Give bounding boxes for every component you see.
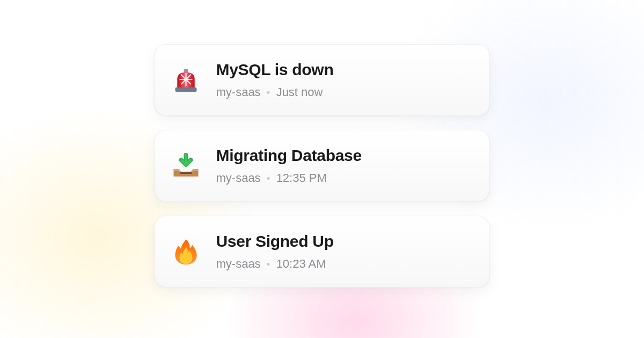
inbox-download-icon: [171, 151, 201, 181]
notification-title: User Signed Up: [216, 232, 334, 251]
notification-title: MySQL is down: [216, 61, 334, 79]
notification-timestamp: 10:23 AM: [276, 257, 326, 271]
notification-project: my-saas: [216, 171, 261, 185]
notification-card[interactable]: User Signed Up my-saas 10:23 AM: [155, 216, 490, 288]
meta-separator-icon: [267, 91, 270, 94]
svg-rect-6: [180, 172, 192, 174]
notification-meta: my-saas Just now: [216, 85, 334, 99]
notification-content: Migrating Database my-saas 12:35 PM: [216, 146, 362, 185]
fire-icon: [171, 237, 201, 267]
notification-title: Migrating Database: [216, 146, 362, 165]
notification-content: User Signed Up my-saas 10:23 AM: [216, 232, 334, 271]
meta-separator-icon: [267, 263, 270, 266]
notification-project: my-saas: [216, 257, 261, 271]
notification-list: MySQL is down my-saas Just now Migrating…: [155, 44, 490, 288]
svg-rect-5: [184, 69, 188, 72]
siren-icon: [171, 65, 201, 95]
notification-meta: my-saas 12:35 PM: [216, 171, 362, 185]
svg-rect-0: [175, 87, 197, 92]
notification-meta: my-saas 10:23 AM: [216, 257, 334, 271]
notification-timestamp: Just now: [276, 85, 323, 99]
notification-content: MySQL is down my-saas Just now: [216, 61, 334, 99]
meta-separator-icon: [267, 177, 270, 180]
notification-project: my-saas: [216, 85, 261, 99]
notification-timestamp: 12:35 PM: [276, 171, 327, 185]
notification-card[interactable]: MySQL is down my-saas Just now: [155, 44, 490, 116]
notification-card[interactable]: Migrating Database my-saas 12:35 PM: [155, 130, 490, 202]
